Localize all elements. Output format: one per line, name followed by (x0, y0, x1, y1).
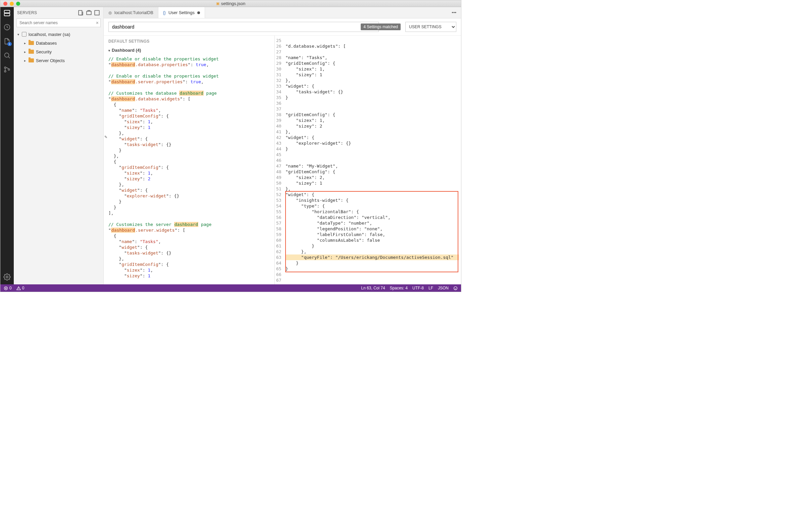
status-warnings[interactable]: 0 (17, 286, 25, 290)
tree-item-label: Security (36, 49, 52, 54)
folder-icon (29, 50, 34, 54)
status-bar: 0 0 Ln 63, Col 74 Spaces: 4 UTF-8 LF JSO… (0, 285, 461, 292)
tab-bar: ◎ localhost:TutorialDB {} User Settings … (104, 7, 461, 19)
history-icon[interactable] (3, 23, 11, 31)
close-window-button[interactable] (3, 2, 7, 6)
explorer-badge: 1 (7, 42, 12, 46)
tree-item-label: Databases (36, 40, 57, 46)
globe-icon: ◎ (108, 10, 112, 15)
clear-search-icon[interactable]: × (96, 20, 99, 26)
servers-icon[interactable] (3, 9, 11, 17)
svg-rect-8 (79, 10, 82, 15)
folder-icon (29, 58, 34, 62)
source-control-icon[interactable] (3, 65, 11, 74)
settings-matched-badge: 4 Settings matched (361, 24, 401, 30)
settings-search-input[interactable] (108, 22, 379, 32)
tree-item-server-objects[interactable]: ▸ Server Objects (14, 56, 103, 65)
svg-point-5 (4, 71, 6, 72)
feedback-icon[interactable] (453, 286, 458, 290)
svg-rect-10 (95, 10, 99, 15)
server-node[interactable]: ▾ localhost, master (sa) (14, 30, 103, 38)
tab-label: localhost:TutorialDB (114, 10, 153, 15)
group-label: Dashboard (4) (112, 48, 141, 53)
settings-gear-icon[interactable] (3, 273, 11, 281)
window-title-text: settings.json (221, 1, 245, 6)
svg-point-4 (4, 67, 6, 69)
collapse-icon[interactable] (94, 10, 100, 16)
search-icon[interactable] (3, 51, 11, 59)
new-connection-icon[interactable] (78, 10, 84, 16)
tree-item-security[interactable]: ▸ Security (14, 47, 103, 56)
group-dashboard[interactable]: ▾Dashboard (4) (104, 46, 274, 55)
user-settings-editor[interactable]: 2526272829303132333435363738394041424344… (275, 35, 461, 285)
tab-user-settings[interactable]: {} User Settings (158, 7, 205, 18)
explorer-icon[interactable]: 1 (3, 37, 11, 45)
dirty-indicator-icon (197, 11, 200, 14)
tree-item-databases[interactable]: ▸ Databases (14, 38, 103, 47)
activity-bar: 1 (0, 7, 14, 285)
minimize-window-button[interactable] (10, 2, 14, 6)
tab-overflow-button[interactable]: ••• (447, 7, 461, 18)
server-label: localhost, master (sa) (29, 32, 70, 37)
edit-pencil-icon[interactable]: ✎ (104, 135, 107, 139)
status-encoding[interactable]: UTF-8 (412, 286, 424, 290)
sidebar: SERVERS × ▾ localhost, master (sa) ▸ Da (14, 7, 104, 285)
tab-connection[interactable]: ◎ localhost:TutorialDB (104, 7, 158, 18)
server-icon (22, 32, 27, 36)
file-icon: ▣ (216, 1, 220, 6)
svg-rect-1 (4, 14, 10, 16)
svg-point-7 (6, 276, 8, 278)
server-search-input[interactable] (17, 19, 101, 27)
svg-point-12 (454, 287, 457, 290)
status-errors[interactable]: 0 (4, 286, 12, 290)
status-eol[interactable]: LF (429, 286, 433, 290)
sidebar-title: SERVERS (17, 10, 76, 15)
svg-point-3 (5, 53, 9, 57)
default-settings-heading: DEFAULT SETTINGS (104, 35, 274, 46)
new-group-icon[interactable] (86, 10, 92, 16)
svg-point-6 (8, 69, 10, 71)
zoom-window-button[interactable] (16, 2, 20, 6)
status-lncol[interactable]: Ln 63, Col 74 (361, 286, 385, 290)
tab-label: User Settings (169, 10, 195, 15)
folder-icon (29, 41, 34, 45)
status-lang[interactable]: JSON (438, 286, 448, 290)
settings-scope-select[interactable]: USER SETTINGS (405, 22, 456, 32)
braces-icon: {} (163, 10, 166, 15)
window-title: ▣ settings.json (216, 1, 245, 6)
default-settings-code[interactable]: // Enable or disable the properties widg… (104, 55, 274, 285)
svg-rect-9 (87, 11, 91, 15)
line-numbers: 2526272829303132333435363738394041424344… (275, 35, 285, 285)
titlebar: ▣ settings.json (0, 0, 461, 7)
svg-rect-0 (4, 10, 10, 13)
status-spaces[interactable]: Spaces: 4 (390, 286, 408, 290)
tree-item-label: Server Objects (36, 58, 65, 63)
